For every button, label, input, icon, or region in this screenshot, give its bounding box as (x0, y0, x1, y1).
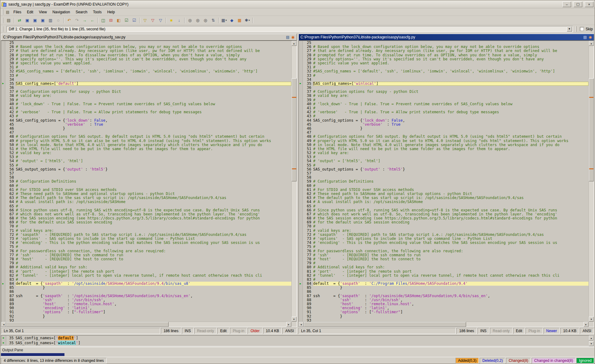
filter-options-icon[interactable]: ▽ (157, 17, 164, 24)
diff-detail-row[interactable]: ▶35SAS_config_names=['default'] (1, 336, 588, 340)
find-next-icon[interactable]: ◎ (194, 17, 201, 24)
copy-block-right-icon[interactable]: → (81, 17, 88, 24)
edit-pane-icon[interactable]: ◉ (291, 35, 294, 39)
left-horizontal-scrollbar[interactable]: ◄ ► (1, 322, 291, 327)
diff-combo-dropdown-icon[interactable]: ▼ (567, 27, 572, 32)
find-in-files-icon[interactable]: ◎ (202, 17, 209, 24)
show-identical-icon[interactable]: ☑ (130, 17, 138, 24)
menu-item-help[interactable]: Help (104, 9, 118, 15)
close-button[interactable]: × (585, 2, 593, 7)
menu-item-edit[interactable]: Edit (24, 9, 36, 15)
print-pane-icon[interactable]: ▤ (286, 35, 289, 39)
right-vertical-scrollbar[interactable]: ▲ ▼ (588, 41, 594, 322)
scroll-down-icon[interactable]: ▼ (589, 341, 594, 346)
search-icon[interactable]: ◌ (55, 17, 62, 24)
scroll-left-icon[interactable]: ◄ (1, 322, 6, 327)
scroll-thumb[interactable] (292, 78, 297, 181)
menu-item-view[interactable]: View (36, 9, 50, 15)
menu-item-navigation[interactable]: Navigation (50, 9, 73, 15)
code-text: # that are defined already. Any necessar… (313, 49, 589, 53)
next-difference-icon[interactable]: ↓ (175, 17, 183, 24)
line-number: 38 (303, 94, 313, 98)
menu-item-files[interactable]: Files (11, 9, 24, 15)
maximize-button[interactable]: ▢ (574, 2, 582, 7)
sort-icon[interactable]: ⇅ (209, 17, 217, 24)
gutter-cell (1, 318, 5, 322)
current-diff-combo[interactable]: Diff 1: Change 1 line (35, first file) t… (7, 26, 573, 32)
scroll-right-icon[interactable]: ► (584, 322, 588, 327)
scroll-track[interactable] (589, 46, 594, 317)
code-line: 62# These need path to SASHome and optio… (1, 192, 291, 196)
statistics-icon[interactable]: ▦▾ (220, 17, 228, 24)
code-text: # valid key are: (313, 94, 589, 98)
filter-changed-icon[interactable]: ▽ (149, 17, 156, 24)
gutter-cell (1, 69, 5, 73)
edit-button[interactable]: Edit (217, 328, 229, 334)
left-vertical-scrollbar[interactable]: ▲ ▼ (291, 41, 297, 322)
scroll-left-icon[interactable]: ◄ (299, 322, 304, 327)
scroll-track[interactable] (292, 46, 297, 317)
gutter-cell (1, 143, 5, 147)
scroll-thumb[interactable] (589, 78, 594, 181)
filter-all-icon[interactable]: ▽ (141, 17, 149, 24)
gutter-cell (299, 147, 303, 151)
save-second-file-icon[interactable]: ▣ (39, 17, 46, 24)
undo-icon[interactable]: ↶ (65, 17, 73, 24)
edit-button[interactable]: Edit (513, 328, 525, 334)
scroll-thumb[interactable] (6, 322, 169, 327)
scroll-down-icon[interactable]: ▼ (589, 317, 594, 322)
redo-icon[interactable]: ↷ (73, 17, 81, 24)
layout-over-under-icon[interactable]: ⊟ (107, 17, 115, 24)
code-line: 80# Additional valid keys for ssh: (1, 265, 291, 269)
print-icon[interactable]: ▥ (47, 17, 54, 24)
open-compare-icon[interactable]: ⇄ (16, 17, 23, 24)
menu-item-search[interactable]: Search (73, 9, 90, 15)
code-line: 70# (299, 224, 589, 228)
code-line: 76# For passwordless ssh connection, the… (1, 249, 291, 253)
save-icon[interactable]: ▣ (24, 17, 31, 24)
code-line: 57 (299, 171, 589, 176)
scroll-thumb[interactable] (304, 322, 466, 327)
menu-item-tools[interactable]: Tools (90, 9, 104, 15)
skip-checkbox[interactable] (580, 27, 584, 31)
right-pane-header[interactable]: C:\Program Files\Python\Python37\Lib\sit… (298, 34, 594, 41)
scroll-track[interactable] (304, 322, 584, 327)
layout-side-by-side-icon[interactable]: ◫ (99, 17, 107, 24)
scroll-up-icon[interactable]: ▲ (589, 336, 594, 340)
diff-detail-row[interactable]: ▶35SAS_config_names=['winlocal'] (1, 340, 588, 345)
save-first-file-icon[interactable]: ▣ (31, 17, 39, 24)
layout-mixed-icon[interactable]: ◧ (115, 17, 122, 24)
right-horizontal-scrollbar[interactable]: ◄ ► (299, 322, 589, 327)
gutter-cell (299, 216, 303, 220)
line-number: 48 (303, 135, 313, 139)
print-pane-icon[interactable]: ▤ (583, 35, 587, 39)
show-differences-icon[interactable]: ☑ (123, 17, 130, 24)
right-code-area[interactable]: 2526# Based upon the lock_down configura… (299, 41, 589, 322)
code-text: # 'host' - [REQUIRED] the host to connec… (16, 257, 291, 261)
snapshot-icon[interactable]: ▦ (236, 17, 243, 24)
skip-grip (575, 26, 576, 32)
line-number: 32 (5, 69, 16, 73)
left-pane-header[interactable]: C:\Program Files\Python\Python37\Lib\sit… (1, 34, 297, 41)
output-pane-caption[interactable]: Output Pane (0, 347, 595, 353)
edit-pane-icon[interactable]: ◉ (589, 35, 592, 39)
diff-map-mark (589, 168, 593, 169)
code-text: # 'verbose' - True | False. True = Allow… (313, 110, 589, 114)
scroll-right-icon[interactable]: ► (286, 322, 291, 327)
highlight-toggle-icon[interactable]: ■ (168, 17, 175, 24)
find-icon[interactable]: ◎ (186, 17, 194, 24)
options-gear-icon[interactable]: ✱▾ (244, 17, 251, 24)
scroll-track[interactable] (6, 322, 286, 327)
copy-block-left-icon[interactable]: ← (89, 17, 96, 24)
left-code-area[interactable]: 2526# Based upon the lock_down configura… (1, 41, 291, 322)
code-text: } (313, 286, 589, 290)
scroll-down-icon[interactable]: ▼ (292, 317, 297, 322)
code-line: 79# (299, 261, 589, 265)
minimize-button[interactable]: – (562, 2, 571, 7)
plugins-icon[interactable]: ◆ (228, 17, 236, 24)
detail-scrollbar[interactable]: ▲ ▼ (588, 336, 594, 346)
new-session-icon[interactable]: ▤ (5, 17, 12, 24)
scroll-up-icon[interactable]: ▲ (292, 41, 297, 46)
scroll-up-icon[interactable]: ▲ (589, 41, 594, 46)
code-line: 49# properly with HTML 5.0 so it can als… (1, 139, 291, 143)
